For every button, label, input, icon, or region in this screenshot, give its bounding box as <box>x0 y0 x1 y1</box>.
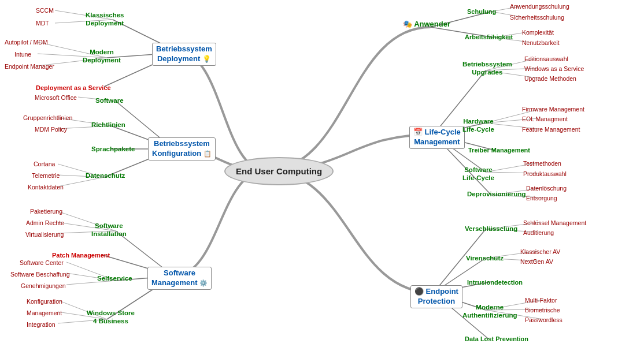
leaf-kontaktdaten: Kontaktdaten <box>28 184 64 191</box>
sub-selfservice: Selfservice <box>97 275 132 283</box>
leaf-software-center: Software Center <box>20 259 64 266</box>
branch-deployment: BetriebssystemDeployment 💡 <box>152 43 216 66</box>
leaf-intune: Intune <box>14 51 31 58</box>
leaf-sccm: SCCM <box>36 7 54 14</box>
sub-treiber: Treiber Management <box>468 147 530 154</box>
leaf-endpoint-mgr: Endpoint Manager <box>5 63 54 70</box>
leaf-passwordless: Passwordless <box>525 316 562 323</box>
sub-software-cfg: Software <box>95 97 124 105</box>
leaf-cortana: Cortana <box>34 161 55 167</box>
sub-deprovisionierung: Deprovisionierung <box>467 191 526 199</box>
leaf-eol: EOL Managment <box>522 115 568 122</box>
sub-hw-lifecycle: HardwareLife-Cycle <box>462 118 494 134</box>
sub-datenschutz: Datenschutz <box>86 172 125 180</box>
leaf-admin-rechte: Admin Rechte <box>26 219 64 226</box>
sub-klassisches: KlassischesDeployment <box>86 12 124 28</box>
sub-modern: ModernDeployment <box>83 48 121 65</box>
sub-richtlinien: Richtlinien <box>91 121 125 129</box>
leaf-multi-faktor: Multi-Faktor <box>525 297 557 304</box>
leaf-schlusselmgmt: Schlüssel Management <box>523 219 586 226</box>
leaf-virtualisierung: Virtualisierung <box>25 231 64 238</box>
leaf-anwendungsschulung: Anwendungsschulung <box>510 3 569 10</box>
leaf-deployment-service: Deployment as a Service <box>36 84 111 91</box>
leaf-software-beschaffung: Software Beschaffung <box>10 271 70 278</box>
sub-data-lost: Data Lost Prevention <box>465 335 528 342</box>
sub-schulung: Schulung <box>467 8 496 15</box>
sub-authentifizierung: ModerneAuthentifizierung <box>462 304 517 320</box>
leaf-telemetrie: Telemetrie <box>32 172 60 179</box>
sub-sprachpakete: Sprachpakete <box>91 145 135 154</box>
leaf-nenutzbarkeit: Nenutzbarkeit <box>522 39 560 46</box>
leaf-upgrade-methoden: Upgrade Methoden <box>524 75 576 82</box>
leaf-datenloschung: Datenlöschung <box>526 185 567 192</box>
leaf-entsorgung: Entsorgung <box>526 195 557 201</box>
leaf-klassischer-av: Klassischer AV <box>520 248 560 255</box>
sub-software-install: SoftwareInstallation <box>91 222 127 238</box>
branch-software-mgmt: SoftwareManagement ⚙️ <box>147 267 212 290</box>
leaf-management: Management <box>27 309 62 316</box>
leaf-gruppenrichtlinien: Gruppenrichtlinien <box>23 114 72 121</box>
leaf-feature-mgmt: Feature Management <box>522 126 580 133</box>
leaf-mdm-policy: MDM Policy <box>35 126 67 133</box>
leaf-auditierung: Auditierung <box>523 229 554 236</box>
leaf-komplexitat: Komplexität <box>522 29 554 36</box>
leaf-editionsauswahl: Editionsauswahl <box>524 55 568 62</box>
leaf-sicherheitsschulung: Sicherheitsschulung <box>510 14 564 21</box>
leaf-nextgen-av: NextGen AV <box>520 258 553 265</box>
leaf-ms-office: Microsoft Office <box>35 94 77 101</box>
leaf-windows-service: Windows as a Service <box>524 65 584 72</box>
sub-virenschutz: Virenschutz <box>466 255 504 263</box>
leaf-produktauswahl: Produktauswahl <box>523 170 567 177</box>
leaf-firmware: Firmware Management <box>522 106 584 113</box>
leaf-mdt: MDT <box>36 20 49 27</box>
sub-arbeitsfahigkeit: Arbeitsfähigkeit <box>465 33 513 40</box>
leaf-patch-mgmt: Patch Management <box>52 252 110 259</box>
leaf-genehmigungen: Genehmigungen <box>21 282 66 289</box>
branch-konfiguration: BetriebssystemKonfiguration 📋 <box>148 137 216 161</box>
center-node: End User Computing <box>224 157 334 185</box>
leaf-biometrische: Biometrische <box>525 307 560 314</box>
sub-bs-upgrades: BetriebssystemUpgrades <box>462 61 512 77</box>
leaf-autopilot: Autopilot / MDM <box>5 39 48 46</box>
branch-lifecycle: 📅 Life-CycleManagement <box>409 126 465 149</box>
leaf-paketierung: Paketierung <box>30 208 62 215</box>
branch-anwender: 🎭 Anwender <box>403 20 450 29</box>
sub-sw-lifecycle: SoftwareLife-Cycle <box>462 166 494 182</box>
leaf-konfiguration: Konfiguration <box>27 298 62 305</box>
sub-windows-store: Windows Store4 Business <box>87 309 135 326</box>
leaf-integration: Integration <box>27 321 55 328</box>
leaf-testmethoden: Testmethoden <box>523 160 561 167</box>
sub-verschlusselung: Verschlüsselung <box>465 225 517 233</box>
sub-intrusiondetection: Intrusiondetection <box>467 279 523 286</box>
branch-endpoint: ⚫ EndpointProtection <box>410 285 462 308</box>
